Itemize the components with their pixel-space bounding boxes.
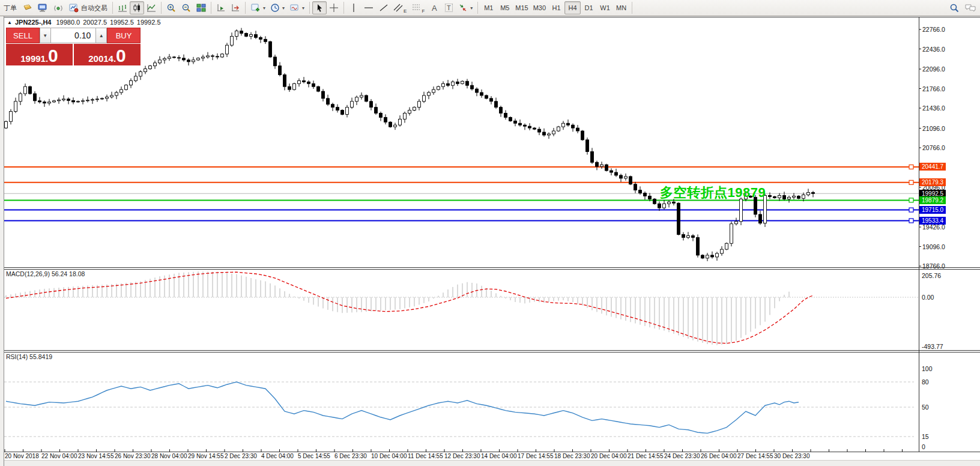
toolbar: 丁单 — [0, 0, 980, 16]
template-button[interactable]: ▾ — [287, 1, 307, 14]
volume-decrease-button[interactable]: ▼ — [40, 28, 51, 43]
ohlc-close: 19992.5 — [137, 19, 161, 26]
market-watch-button[interactable] — [35, 1, 50, 14]
timeframe-d1[interactable]: D1 — [581, 1, 597, 14]
zoom-in-icon — [166, 3, 177, 13]
pane-separator-2b[interactable] — [0, 352, 980, 353]
cursor-icon — [315, 4, 324, 13]
collapse-icon[interactable]: ▲ — [7, 20, 12, 25]
volume-increase-button[interactable]: ▲ — [95, 28, 107, 43]
new-chart-icon — [250, 3, 261, 13]
toolbar-divider — [0, 17, 980, 17]
chart-shift-icon — [231, 3, 240, 13]
separator — [309, 2, 310, 14]
new-order-label: 丁单 — [4, 4, 17, 13]
trendline-button[interactable] — [377, 1, 391, 14]
separator — [161, 2, 162, 14]
template-dropdown[interactable]: ▾ — [302, 5, 304, 11]
rsi-value: 55.8419 — [29, 353, 52, 360]
autotrade-label: 自动交易 — [81, 4, 107, 13]
search-button[interactable] — [947, 1, 962, 14]
zoom-out-button[interactable] — [179, 1, 194, 14]
monitor-icon — [37, 3, 48, 13]
auto-scroll-icon — [216, 3, 226, 13]
horizontal-line-button[interactable] — [361, 1, 377, 14]
sell-price[interactable]: 19991.0 — [6, 44, 73, 65]
pane-separator-1a[interactable] — [0, 267, 980, 268]
separator — [112, 2, 113, 14]
timeframe-m1[interactable]: M1 — [480, 1, 497, 14]
timeframe-m5[interactable]: M5 — [497, 1, 513, 14]
separator — [343, 2, 344, 14]
macd-label: MACD(12,26,9) 56.24 18.08 — [6, 270, 85, 277]
line-chart-icon — [147, 3, 156, 13]
fibonacci-suffix: F — [422, 8, 425, 14]
timeframe-h1[interactable]: H1 — [548, 1, 564, 14]
bar-chart-button[interactable] — [115, 1, 130, 14]
pane-separator-2a[interactable] — [0, 350, 980, 351]
tile-windows-icon — [196, 3, 206, 13]
chat-icon — [964, 3, 976, 13]
timeframe-mn[interactable]: MN — [613, 1, 629, 14]
candlestick-icon — [132, 3, 142, 13]
zoom-out-icon — [181, 3, 192, 13]
vertical-line-button[interactable] — [346, 1, 361, 14]
autotrade-button[interactable]: 自动交易 — [66, 1, 110, 14]
rsi-label: RSI(14) 55.8419 — [6, 353, 52, 360]
cursor-button[interactable] — [312, 1, 327, 14]
horizontal-line-icon — [363, 3, 374, 13]
crosshair-icon — [329, 3, 339, 13]
separator — [211, 2, 211, 14]
ohlc-high: 20027.5 — [83, 19, 107, 26]
one-click-trading-panel: SELL ▼ 0.10 ▲ BUY 19991.0 20014.0 — [6, 28, 141, 65]
volume-input[interactable]: 0.10 — [51, 28, 96, 43]
time-axis-line — [0, 452, 980, 452]
separator — [245, 2, 246, 14]
chart-canvas[interactable] — [0, 0, 980, 466]
search-icon — [949, 3, 960, 13]
chart-shift-button[interactable] — [228, 1, 243, 14]
radio-signal-icon — [53, 3, 64, 13]
zoom-in-button[interactable] — [164, 1, 179, 14]
timeframe-m30[interactable]: M30 — [531, 1, 548, 14]
price-axis[interactable] — [919, 17, 919, 452]
arrows-button[interactable]: ▾ — [456, 1, 475, 14]
timeframe-m15[interactable]: M15 — [513, 1, 530, 14]
arrows-dropdown[interactable]: ▾ — [470, 5, 473, 11]
candlestick-chart-button[interactable] — [130, 1, 144, 14]
bottom-strip — [0, 460, 980, 466]
text-label-button[interactable]: T — [441, 1, 456, 14]
auto-scroll-button[interactable] — [214, 1, 228, 14]
timeframe-w1[interactable]: W1 — [597, 1, 613, 14]
new-order-button[interactable]: 丁单 — [1, 1, 19, 14]
buy-button[interactable]: BUY — [107, 28, 141, 43]
template-icon — [289, 3, 300, 13]
period-clock-button[interactable]: ▾ — [268, 1, 287, 14]
mt4-window: 205.760.00-493.77100805015022766.022436.… — [0, 0, 980, 466]
period-dropdown[interactable]: ▾ — [282, 5, 285, 11]
gold-ingot-button[interactable] — [19, 1, 35, 14]
text-button[interactable]: A — [427, 1, 441, 14]
crosshair-button[interactable] — [327, 1, 341, 14]
sell-button[interactable]: SELL — [6, 28, 40, 43]
pane-separator-1b[interactable] — [0, 269, 980, 270]
channel-button[interactable]: E — [391, 1, 409, 14]
fibonacci-button[interactable]: F — [409, 1, 427, 14]
separator — [477, 2, 478, 14]
clock-icon — [270, 3, 280, 13]
symbol-period: JPN225-,H4 — [15, 19, 52, 26]
new-chart-button[interactable]: ▾ — [248, 1, 268, 14]
new-chart-dropdown[interactable]: ▾ — [263, 5, 265, 11]
window-left-border — [0, 16, 4, 466]
signal-button[interactable] — [50, 1, 66, 14]
chart-title: ▲JPN225-,H419980.020027.519952.519992.5 — [7, 19, 164, 26]
chat-button[interactable] — [962, 1, 979, 14]
spinner-up-icon: ▲ — [99, 33, 104, 38]
ohlc-open: 19980.0 — [56, 19, 80, 26]
buy-price[interactable]: 20014.0 — [74, 44, 141, 65]
line-chart-button[interactable] — [144, 1, 159, 14]
timeframe-h4[interactable]: H4 — [564, 1, 581, 14]
spinner-down-icon: ▼ — [43, 33, 47, 38]
separator — [632, 2, 632, 14]
tile-windows-button[interactable] — [194, 1, 208, 14]
